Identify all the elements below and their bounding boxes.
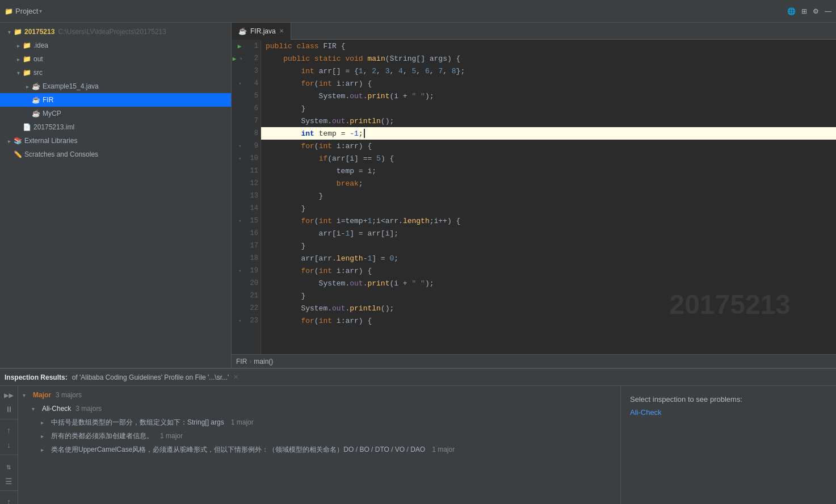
insp-issue-text: 类名使用UpperCamelCase风格，必须遵从驼峰形式，但以下情形例外：（领…	[51, 445, 425, 455]
ali-check-count: 3 majors	[75, 405, 102, 413]
gutter-line-22: 22	[232, 302, 261, 314]
action-group-run: ▶▶ ⏸	[0, 388, 18, 419]
chevron-icon: ▸	[23, 83, 32, 90]
sort-button[interactable]: ⇅	[2, 460, 16, 473]
folder-icon: 📁	[23, 69, 31, 77]
tab-fir[interactable]: ☕ FIR.java ✕	[232, 23, 291, 40]
bottom-tab-bar: Inspection Results: of 'Alibaba Coding G…	[0, 369, 836, 386]
tree-item-example[interactable]: ▸ ☕ Example15_4.java	[0, 79, 231, 93]
code-line-12: break;	[261, 177, 836, 190]
code-line-6: }	[261, 102, 836, 115]
gutter-line-12: 12	[232, 177, 261, 190]
tree-item-mycp[interactable]: ☕ MyCP	[0, 107, 231, 120]
tree-item-meta: C:\Users\LV\IdeaProjects\20175213	[58, 28, 166, 36]
top-bar-dropdown[interactable]: ▾	[39, 8, 42, 14]
settings-icon[interactable]: ⚙	[813, 7, 819, 15]
code-content[interactable]: public class FIR { public static void ma…	[261, 40, 836, 354]
ali-check-link[interactable]: Ali-Check	[630, 408, 662, 417]
breadcrumb-fir[interactable]: FIR	[236, 358, 247, 366]
tab-close-icon[interactable]: ✕	[279, 28, 284, 34]
insp-ali-check-group[interactable]: ▾ Ali-Check 3 majors	[18, 402, 620, 415]
code-line-2: public static void main(String[] args) {	[261, 52, 836, 65]
code-line-7: System.out.println();	[261, 115, 836, 127]
inspection-results-label: Inspection Results:	[5, 373, 68, 381]
filter-button[interactable]: ☰	[2, 474, 16, 488]
tree-item-idea[interactable]: ▸ 📁 .idea	[0, 39, 231, 52]
tree-item-iml[interactable]: 📄 20175213.iml	[0, 120, 231, 134]
fold-icon[interactable]: ▾	[237, 143, 243, 149]
minimize-icon[interactable]: —	[825, 7, 831, 15]
fold-icon[interactable]: ▾	[237, 81, 243, 87]
tab-bar: ☕ FIR.java ✕	[232, 23, 836, 40]
move-up-button[interactable]: ↑	[2, 424, 16, 438]
pause-button[interactable]: ⏸	[2, 403, 16, 417]
chevron-icon: ▸	[41, 433, 49, 439]
tree-item-label: src	[33, 69, 43, 77]
move-down-button[interactable]: ↓	[2, 439, 16, 452]
globe-icon[interactable]: 🌐	[787, 7, 796, 15]
code-line-13: }	[261, 190, 836, 202]
insp-issue-text: 中括号是数组类型的一部分，数组定义如下：String[] args	[51, 418, 224, 427]
gutter-line-5: 5	[232, 90, 261, 102]
chevron-icon: ▾	[5, 29, 14, 35]
insp-issue-text: 所有的类都必须添加创建者信息。	[51, 431, 153, 441]
chevron-icon: ▾	[14, 70, 23, 76]
chevron-icon: ▸	[14, 56, 23, 62]
tree-item-root[interactable]: ▾ 📁 20175213 C:\Users\LV\IdeaProjects\20…	[0, 25, 231, 39]
gutter-line-6: 6	[232, 102, 261, 115]
project-icon: 📁	[5, 7, 13, 15]
insp-issue-3[interactable]: ▸ 类名使用UpperCamelCase风格，必须遵从驼峰形式，但以下情形例外：…	[18, 443, 620, 456]
java-file-icon: ☕	[32, 82, 40, 90]
bottom-tab-close[interactable]: ✕	[233, 373, 238, 381]
chevron-icon: ▸	[5, 138, 14, 144]
insp-issue-2[interactable]: ▸ 所有的类都必须添加创建者信息。 1 major	[18, 429, 620, 443]
folder-icon: 📁	[23, 55, 31, 63]
code-line-20: System.out.print(i + " ");	[261, 277, 836, 289]
tree-item-label: MyCP	[43, 110, 61, 117]
action-group-export: ↑ ↗	[0, 495, 18, 504]
gutter-line-16: 16	[232, 227, 261, 240]
gutter-line-7: 7	[232, 115, 261, 127]
insp-major-group[interactable]: ▾ Major 3 majors	[18, 388, 620, 402]
code-line-14: }	[261, 202, 836, 215]
fold-icon[interactable]: ▾	[237, 218, 243, 224]
code-line-3: int arr[] = {1, 2, 3, 4, 5, 6, 7, 8};	[261, 65, 836, 77]
bottom-content: ▶▶ ⏸ ↑ ↓ ⇅ ☰ ↑ ↗ ⚙ 💡 ▾ Major	[0, 386, 836, 504]
run-arrow-icon[interactable]: ▶	[236, 43, 243, 50]
insp-issue-count: 1 major	[432, 446, 455, 453]
gutter-line-9: ▾ 9	[232, 140, 261, 152]
gutter-line-20: 20	[232, 277, 261, 289]
inspection-results-meta: of 'Alibaba Coding Guidelines' Profile o…	[72, 373, 229, 381]
run-arrow-icon[interactable]: ▶	[232, 55, 237, 62]
line-gutter: ▶ 1 ▶ ▾ 2 3 ▾ 4	[232, 40, 261, 354]
top-bar-actions: 🌐 ⊞ ⚙ —	[787, 7, 831, 15]
code-editor: ▶ 1 ▶ ▾ 2 3 ▾ 4	[232, 40, 836, 354]
tree-item-label: out	[33, 55, 43, 63]
fold-icon[interactable]: ▾	[237, 268, 243, 274]
run-all-button[interactable]: ▶▶	[2, 388, 16, 402]
gutter-line-14: 14	[232, 202, 261, 215]
class-icon: ☕	[32, 96, 40, 104]
action-group-sort: ⇅ ☰	[0, 460, 18, 491]
major-count: 3 majors	[56, 391, 82, 399]
sidebar-content: ▾ 📁 20175213 C:\Users\LV\IdeaProjects\20…	[0, 23, 231, 368]
breadcrumb-main[interactable]: main()	[254, 358, 273, 366]
code-line-21: }	[261, 289, 836, 302]
java-tab-icon: ☕	[238, 27, 247, 35]
tree-item-fir[interactable]: ☕ FIR	[0, 93, 231, 107]
fold-icon[interactable]: ▾	[237, 318, 243, 324]
tree-item-scratches[interactable]: ✏️ Scratches and Consoles	[0, 148, 231, 161]
major-label: Major	[33, 391, 51, 399]
tree-item-src[interactable]: ▾ 📁 src	[0, 66, 231, 79]
main-area: ▾ 📁 20175213 C:\Users\LV\IdeaProjects\20…	[0, 23, 836, 368]
fold-icon[interactable]: ▾	[237, 156, 243, 162]
insp-issue-1[interactable]: ▸ 中括号是数组类型的一部分，数组定义如下：String[] args 1 ma…	[18, 415, 620, 429]
tree-item-extlib[interactable]: ▸ 📚 External Libraries	[0, 134, 231, 148]
code-line-5: System.out.print(i + " ");	[261, 90, 836, 102]
export-up-button[interactable]: ↑	[2, 495, 16, 504]
chevron-icon: ▾	[32, 406, 40, 412]
split-icon[interactable]: ⊞	[801, 7, 807, 15]
tree-item-label: 20175213.iml	[33, 123, 74, 131]
fold-icon[interactable]: ▾	[238, 56, 243, 62]
tree-item-out[interactable]: ▸ 📁 out	[0, 52, 231, 66]
